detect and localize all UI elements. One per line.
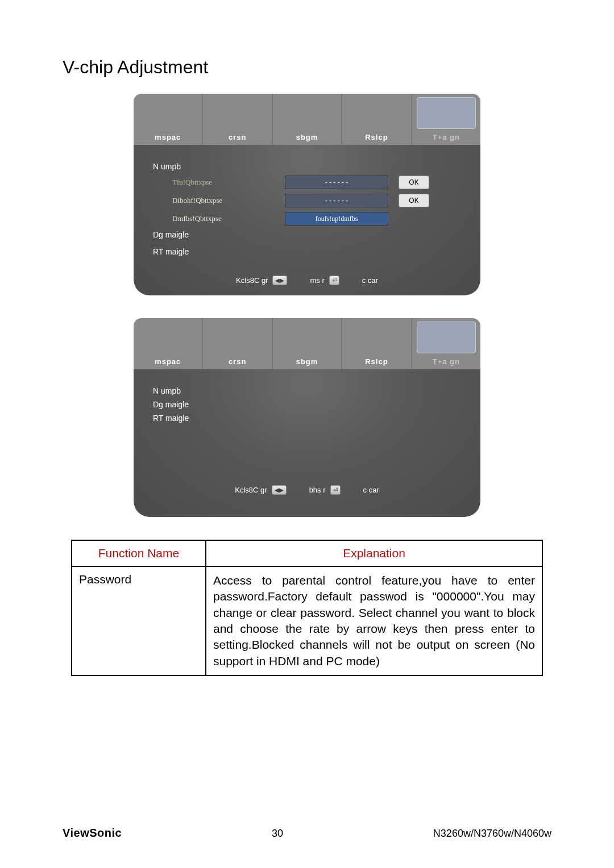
osd-tab-vchip[interactable]: T+a gn: [412, 318, 480, 369]
osd-panel-vchip-collapsed: mspac crsn sbgm Rslcp T+a gn N umpb Dg m…: [134, 318, 480, 517]
hint-enter-label: bhs r: [309, 486, 326, 494]
footer-brand: ViewSonic: [63, 827, 122, 840]
explanation-table: Function Name Explanation Password Acces…: [71, 540, 543, 676]
hint-select-label: c car: [362, 276, 378, 285]
osd-tab-other[interactable]: sbgm: [273, 318, 342, 369]
osd-item-usa-rating[interactable]: RT maigle: [153, 247, 255, 256]
footer-page-number: 30: [272, 828, 283, 840]
enter-key-icon: ⏎: [330, 485, 341, 495]
osd-panel-vchip-expanded: mspac crsn sbgm Rslcp T+a gn N umpb Tfu!…: [134, 94, 480, 295]
osd-tab-setup[interactable]: Rslcp: [342, 94, 412, 145]
osd-tab-picture[interactable]: mspac: [134, 94, 203, 145]
table-header-explanation: Explanation: [206, 540, 542, 566]
table-header-function: Function Name: [72, 540, 206, 566]
hint-move-label: Kcls8C gr: [236, 276, 268, 285]
osd-tab-picture[interactable]: mspac: [134, 318, 203, 369]
table-row: Password Access to parental control feat…: [72, 566, 542, 675]
hint-select-label: c car: [363, 486, 379, 494]
osd-tab-audio[interactable]: crsn: [203, 94, 272, 145]
osd-change-password-field[interactable]: - - - - - -: [285, 194, 388, 207]
osd-change-password-label: Dibohf!Qbttxpse: [153, 196, 275, 205]
footer-models: N3260w/N3760w/N4060w: [433, 828, 551, 840]
osd-item-password[interactable]: N umpb: [153, 162, 255, 171]
osd-item-channel-rating[interactable]: Dg maigle: [153, 400, 255, 409]
osd-tab-setup[interactable]: Rslcp: [342, 318, 412, 369]
osd-set-password-ok[interactable]: OK: [399, 176, 429, 189]
osd-item-channel-rating[interactable]: Dg maigle: [153, 230, 255, 239]
hint-move-label: Kcls8C gr: [235, 486, 267, 494]
osd-tab-other[interactable]: sbgm: [273, 94, 342, 145]
osd-tab-bar: mspac crsn sbgm Rslcp T+a gn: [134, 94, 480, 145]
osd-change-password-ok[interactable]: OK: [399, 194, 429, 207]
osd-tab-vchip[interactable]: T+a gn: [412, 94, 480, 145]
osd-tab-audio[interactable]: crsn: [203, 318, 272, 369]
table-cell-explanation: Access to parental control feature,you h…: [206, 566, 542, 675]
enter-key-icon: ⏎: [329, 276, 339, 285]
osd-hint-bar: Kcls8C gr◀▶ bhs r⏎ c car: [153, 485, 461, 495]
osd-tab-bar: mspac crsn sbgm Rslcp T+a gn: [134, 318, 480, 369]
arrow-keys-icon: ◀▶: [272, 276, 287, 285]
osd-hint-bar: Kcls8C gr◀▶ ms r⏎ c car: [153, 276, 461, 285]
osd-set-password-field[interactable]: - - - - - -: [285, 176, 388, 189]
osd-item-usa-rating[interactable]: RT maigle: [153, 414, 255, 423]
table-cell-function: Password: [72, 566, 206, 675]
osd-item-password[interactable]: N umpb: [153, 386, 255, 395]
page-title: V-chip Adjustment: [63, 57, 551, 78]
osd-clear-password-action[interactable]: foufs!up!dmfbs: [285, 212, 388, 226]
page-footer: ViewSonic 30 N3260w/N3760w/N4060w: [63, 827, 551, 840]
osd-clear-password-label: Dmfbs!Qbttxpse: [153, 214, 275, 223]
arrow-keys-icon: ◀▶: [272, 485, 287, 495]
osd-set-password-label: Tfu!Qbttxpse: [153, 178, 275, 187]
hint-enter-label: ms r: [310, 276, 324, 285]
